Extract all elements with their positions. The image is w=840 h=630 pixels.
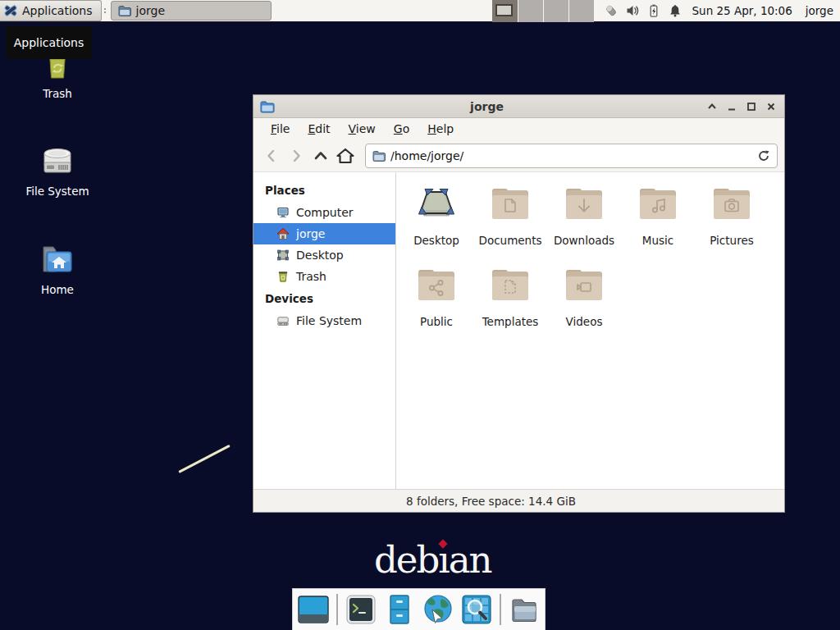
- panel-spacer: [272, 0, 492, 21]
- reload-icon[interactable]: [757, 149, 770, 162]
- file-item-label: Music: [642, 234, 673, 247]
- sidebar-item-label: jorge: [296, 227, 325, 240]
- desktop-icon-label: Trash: [43, 87, 72, 100]
- sidebar-item-label: Trash: [296, 270, 326, 283]
- menu-edit[interactable]: Edit: [300, 120, 337, 138]
- folder-public-icon: [416, 265, 457, 304]
- show-desktop-icon[interactable]: [296, 592, 331, 627]
- sidebar-item-desktop[interactable]: Desktop: [253, 244, 395, 266]
- back-button[interactable]: [260, 144, 283, 167]
- debian-logo: debıan: [374, 540, 491, 581]
- desktop-icon-home[interactable]: Home: [18, 239, 97, 296]
- sidebar-item-jorge[interactable]: jorge: [253, 223, 395, 244]
- folder-videos-icon: [564, 265, 605, 304]
- folder-downloads-icon: [564, 184, 605, 223]
- sidebar-header-devices: Devices: [253, 287, 395, 310]
- panel-username[interactable]: jorge: [806, 4, 833, 17]
- menu-go[interactable]: Go: [386, 120, 417, 138]
- desktop-icon-label: Home: [41, 283, 74, 296]
- panel-handle[interactable]: [102, 0, 109, 21]
- computer-icon: [276, 206, 290, 219]
- dock: [292, 588, 546, 630]
- folder-pictures-icon: [711, 184, 752, 223]
- dock-separator: [336, 594, 338, 625]
- file-item-public[interactable]: Public: [399, 265, 473, 328]
- home-folder-icon: [38, 239, 77, 278]
- file-item-label: Desktop: [413, 234, 459, 247]
- desktop-special-icon: [416, 184, 457, 223]
- window-main: Places Computer: [253, 172, 784, 489]
- trash-icon: [276, 270, 290, 283]
- workspace-window-preview: [495, 4, 513, 16]
- sidebar-item-label: File System: [296, 314, 362, 327]
- file-item-label: Videos: [566, 315, 603, 328]
- file-item-videos[interactable]: Videos: [547, 265, 621, 328]
- window-folder-icon: [260, 100, 275, 113]
- file-item-downloads[interactable]: Downloads: [547, 184, 621, 247]
- window-titlebar[interactable]: jorge: [253, 95, 784, 118]
- drive-icon: [276, 314, 290, 327]
- panel-clock[interactable]: Sun 25 Apr, 10:06: [692, 4, 792, 17]
- sidebar-item-file-system[interactable]: File System: [253, 310, 395, 331]
- statusbar: 8 folders, Free space: 14.4 GiB: [253, 489, 784, 512]
- file-item-templates[interactable]: Templates: [473, 265, 547, 328]
- taskbar-window-button[interactable]: jorge: [111, 1, 272, 21]
- close-button[interactable]: [765, 100, 778, 113]
- file-item-label: Templates: [482, 315, 539, 328]
- file-item-label: Downloads: [554, 234, 614, 247]
- file-item-label: Pictures: [710, 234, 753, 247]
- file-item-desktop[interactable]: Desktop: [399, 184, 473, 247]
- terminal-icon[interactable]: [344, 592, 378, 627]
- applications-menu-button[interactable]: Applications: [0, 0, 102, 21]
- screen: { "top_panel": { "applications_button": …: [0, 0, 840, 630]
- file-cabinet-icon[interactable]: [382, 592, 417, 627]
- desktop-icon: [276, 249, 290, 262]
- file-item-pictures[interactable]: Pictures: [695, 184, 769, 247]
- desktop-icon-file-system[interactable]: File System: [18, 140, 97, 198]
- notifications-bell-icon[interactable]: [668, 3, 682, 18]
- folder-documents-icon: [490, 184, 531, 223]
- file-manager-folder-icon[interactable]: [507, 592, 541, 627]
- menu-view[interactable]: View: [341, 120, 383, 138]
- sidebar: Places Computer: [253, 172, 396, 489]
- input-device-icon[interactable]: [604, 3, 619, 18]
- system-tray: [604, 0, 682, 21]
- sidebar-item-label: Desktop: [296, 249, 344, 262]
- file-item-label: Public: [420, 315, 453, 328]
- workspace-3[interactable]: [543, 0, 568, 22]
- applications-menu-label: Applications: [22, 4, 93, 17]
- window-title: jorge: [275, 100, 699, 113]
- workspace-2[interactable]: [518, 0, 543, 22]
- applications-tooltip-text: Applications: [14, 36, 84, 49]
- menu-help[interactable]: Help: [420, 120, 461, 138]
- web-browser-icon[interactable]: [421, 592, 455, 627]
- files-area[interactable]: Desktop Documents: [396, 172, 784, 489]
- workspace-4[interactable]: [568, 0, 594, 22]
- sidebar-item-computer[interactable]: Computer: [253, 202, 395, 223]
- menu-file[interactable]: File: [263, 120, 297, 138]
- file-item-documents[interactable]: Documents: [473, 184, 547, 247]
- menubar: File Edit View Go Help: [253, 118, 784, 139]
- taskbar-window-label: jorge: [136, 4, 165, 17]
- statusbar-text: 8 folders, Free space: 14.4 GiB: [406, 495, 576, 508]
- sidebar-header-places: Places: [253, 179, 395, 202]
- folder-music-icon: [637, 184, 678, 223]
- workspace-1[interactable]: [492, 0, 518, 22]
- battery-charging-icon[interactable]: [646, 3, 661, 18]
- volume-icon[interactable]: [625, 3, 640, 18]
- app-finder-icon[interactable]: [459, 592, 494, 627]
- sidebar-item-trash[interactable]: Trash: [253, 266, 395, 287]
- home-button[interactable]: [334, 144, 357, 167]
- folder-icon: [118, 5, 131, 16]
- minimize-button[interactable]: [725, 100, 738, 113]
- shade-button[interactable]: [705, 100, 719, 113]
- path-bar[interactable]: /home/jorge/: [365, 144, 778, 168]
- maximize-button[interactable]: [745, 100, 758, 113]
- path-input[interactable]: /home/jorge/: [390, 149, 752, 162]
- xfce-logo-icon: [3, 3, 18, 18]
- forward-button[interactable]: [285, 144, 308, 167]
- workspace-pager: [492, 0, 594, 22]
- file-item-music[interactable]: Music: [621, 184, 695, 247]
- desktop-icon-label: File System: [25, 185, 89, 198]
- up-button[interactable]: [309, 144, 332, 167]
